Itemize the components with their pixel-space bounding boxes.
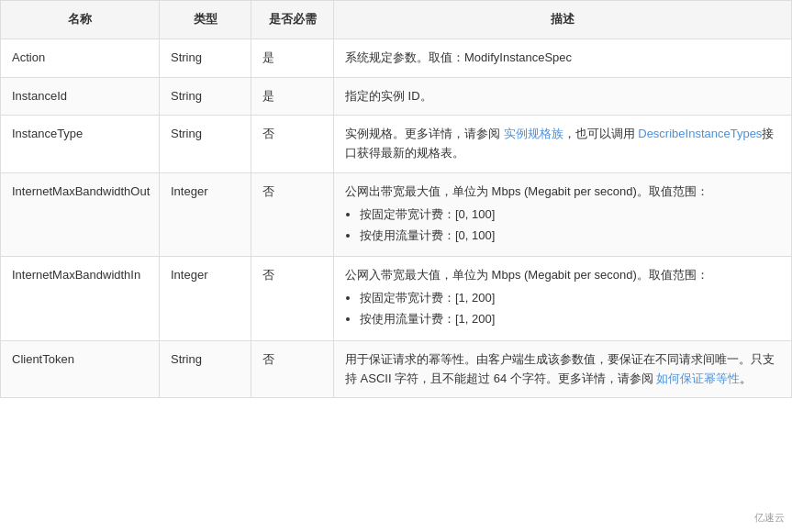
cell-name: ClientToken [1, 340, 160, 398]
desc-intro: 公网入带宽最大值，单位为 Mbps (Megabit per second)。取… [345, 268, 708, 282]
cell-name: InstanceType [1, 116, 160, 173]
desc-bullet-item: 按使用流量计费：[1, 200] [360, 310, 780, 329]
describe-instance-types-link[interactable]: DescribeInstanceTypes [638, 127, 762, 140]
cell-description: 用于保证请求的幂等性。由客户端生成该参数值，要保证在不同请求间唯一。只支持 AS… [334, 340, 792, 398]
idempotent-link[interactable]: 如何保证幂等性 [656, 371, 740, 385]
cell-description: 指定的实例 ID。 [334, 77, 792, 116]
header-name: 名称 [1, 1, 160, 39]
cell-name: InternetMaxBandwidthOut [1, 172, 160, 256]
header-desc: 描述 [334, 1, 792, 39]
table-body: ActionString是系统规定参数。取值：ModifyInstanceSpe… [1, 39, 792, 398]
cell-required: 否 [251, 340, 334, 398]
table-row: InstanceIdString是指定的实例 ID。 [1, 77, 792, 116]
cell-type: String [160, 39, 251, 77]
table-row: InstanceTypeString否实例规格。更多详情，请参阅 实例规格族，也… [1, 116, 792, 173]
cell-description: 实例规格。更多详情，请参阅 实例规格族，也可以调用 DescribeInstan… [334, 116, 792, 173]
cell-description: 公网出带宽最大值，单位为 Mbps (Megabit per second)。取… [334, 172, 792, 256]
desc-bullet-list: 按固定带宽计费：[0, 100]按使用流量计费：[0, 100] [360, 205, 780, 246]
cell-description: 公网入带宽最大值，单位为 Mbps (Megabit per second)。取… [334, 257, 792, 340]
desc-text-middle: ，也可以调用 [563, 127, 639, 140]
table-row: InternetMaxBandwidthInInteger否公网入带宽最大值，单… [1, 257, 792, 340]
cell-type: String [160, 116, 251, 173]
cell-required: 是 [251, 77, 334, 116]
desc-intro: 公网出带宽最大值，单位为 Mbps (Megabit per second)。取… [345, 184, 708, 198]
desc-bullet-item: 按固定带宽计费：[0, 100] [360, 205, 780, 225]
header-required: 是否必需 [251, 1, 334, 39]
instance-spec-link[interactable]: 实例规格族 [504, 127, 563, 140]
cell-name: InternetMaxBandwidthIn [1, 257, 160, 340]
cell-required: 是 [251, 39, 334, 77]
cell-type: Integer [160, 257, 251, 340]
header-type: 类型 [160, 1, 251, 39]
desc-bullet-list: 按固定带宽计费：[1, 200]按使用流量计费：[1, 200] [360, 289, 780, 329]
cell-required: 否 [251, 172, 334, 256]
table-row: InternetMaxBandwidthOutInteger否公网出带宽最大值，… [1, 172, 792, 256]
desc-text-suffix: 。 [740, 371, 752, 385]
table-row: ClientTokenString否用于保证请求的幂等性。由客户端生成该参数值，… [1, 340, 792, 398]
cell-required: 否 [251, 116, 334, 173]
cell-type: String [160, 340, 251, 398]
cell-required: 否 [251, 257, 334, 340]
desc-bullet-item: 按固定带宽计费：[1, 200] [360, 289, 780, 308]
table-row: ActionString是系统规定参数。取值：ModifyInstanceSpe… [1, 39, 792, 77]
cell-name: Action [1, 39, 160, 77]
desc-text: 实例规格。更多详情，请参阅 [345, 127, 504, 140]
cell-name: InstanceId [1, 77, 160, 116]
cell-type: String [160, 77, 251, 116]
cell-type: Integer [160, 172, 251, 256]
cell-description: 系统规定参数。取值：ModifyInstanceSpec [334, 39, 792, 77]
desc-bullet-item: 按使用流量计费：[0, 100] [360, 227, 780, 246]
